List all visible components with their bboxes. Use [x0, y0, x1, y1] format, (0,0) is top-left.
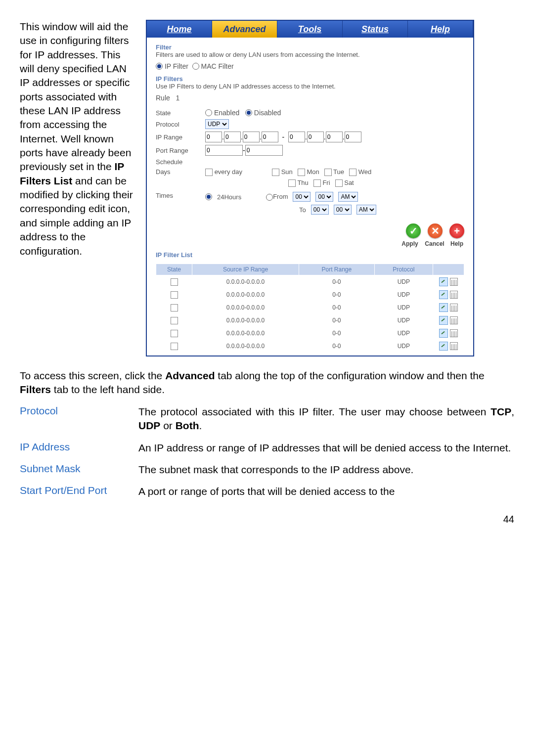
tab-help[interactable]: Help [408, 21, 473, 38]
delete-icon[interactable] [450, 278, 458, 286]
wed-label: Wed [358, 168, 372, 176]
ip-a1[interactable] [205, 132, 222, 142]
edit-icon[interactable] [439, 342, 448, 351]
page-number: 44 [20, 514, 514, 525]
edit-icon[interactable] [439, 316, 448, 325]
delete-icon[interactable] [450, 342, 458, 350]
ip-filter-label: IP Filter [165, 62, 188, 70]
row-state[interactable] [171, 278, 178, 286]
ip-a4[interactable] [262, 132, 278, 142]
param-subnet-val: The subnet mask that corresponds to the … [138, 463, 514, 477]
help-button[interactable]: + [449, 223, 464, 238]
delete-icon[interactable] [450, 316, 458, 324]
radio-ip-filter[interactable] [156, 63, 163, 70]
thu-label: Thu [297, 179, 308, 186]
filter-title: Filter [156, 44, 464, 51]
apply-button[interactable]: ✓ [406, 223, 421, 238]
tab-status[interactable]: Status [343, 21, 408, 38]
radio-24hours[interactable] [205, 193, 212, 200]
tab-home[interactable]: Home [147, 21, 212, 38]
to-hour[interactable]: 00 [311, 205, 329, 215]
delete-icon[interactable] [450, 291, 458, 299]
protocol-label: Protocol [156, 121, 205, 128]
param-port-val: A port or range of ports that will be de… [138, 485, 514, 498]
disabled-label: Disabled [254, 109, 281, 117]
protocol-select[interactable]: UDP [205, 119, 229, 129]
tab-advanced[interactable]: Advanced [212, 21, 277, 38]
cb-sat[interactable] [335, 179, 343, 187]
table-row: 0.0.0.0-0.0.0.00-0UDP [156, 301, 464, 314]
th-port: Port Range [299, 264, 374, 275]
ip-b1[interactable] [288, 132, 305, 142]
ip-b2[interactable] [307, 132, 324, 142]
cancel-button[interactable]: ✕ [428, 223, 443, 238]
cb-thu[interactable] [288, 179, 296, 187]
edit-icon[interactable] [439, 290, 448, 299]
from-ampm[interactable]: AM [338, 192, 358, 202]
ipfilters-desc: Use IP Filters to deny LAN IP addresses … [156, 83, 464, 90]
edit-icon[interactable] [439, 329, 448, 338]
everyday-label: every day [215, 168, 242, 176]
mac-filter-label: MAC Filter [201, 62, 234, 70]
cb-mon[interactable] [298, 169, 305, 176]
edit-icon[interactable] [439, 303, 448, 312]
port-end[interactable] [245, 145, 283, 156]
enabled-label: Enabled [214, 109, 239, 117]
tab-bar: Home Advanced Tools Status Help [147, 21, 473, 38]
table-row: 0.0.0.0-0.0.0.00-0UDP [156, 340, 464, 353]
from-hour[interactable]: 00 [293, 192, 311, 202]
param-ip-label: IP Address [20, 441, 138, 455]
row-state[interactable] [171, 291, 178, 299]
port-start[interactable] [205, 145, 243, 156]
to-ampm[interactable]: AM [356, 205, 376, 215]
delete-icon[interactable] [450, 304, 458, 311]
table-row: 0.0.0.0-0.0.0.00-0UDP [156, 314, 464, 327]
param-subnet-label: Subnet Mask [20, 463, 138, 477]
param-protocol-val: The protocol associated with this IP fil… [138, 405, 514, 433]
mon-label: Mon [307, 168, 319, 176]
radio-mac-filter[interactable] [192, 63, 199, 70]
row-state[interactable] [171, 343, 178, 350]
ip-a2[interactable] [224, 132, 241, 142]
rule-label: Rule 1 [156, 94, 464, 102]
cb-fri[interactable] [313, 179, 321, 187]
ip-b3[interactable] [326, 132, 343, 142]
to-label: To [299, 206, 306, 214]
filter-desc: Filters are used to allow or deny LAN us… [156, 51, 464, 58]
help-caption: Help [449, 240, 464, 247]
cb-everyday[interactable] [205, 169, 213, 176]
radio-enabled[interactable] [205, 109, 212, 116]
table-row: 0.0.0.0-0.0.0.00-0UDP [156, 327, 464, 340]
from-min[interactable]: 00 [315, 192, 333, 202]
access-instruction: To access this screen, click the Advance… [20, 369, 514, 397]
sun-label: Sun [281, 168, 293, 176]
param-ip-val: An IP address or range of IP addresses t… [138, 441, 514, 455]
tab-tools[interactable]: Tools [277, 21, 343, 38]
table-row: 0.0.0.0-0.0.0.00-0UDP [156, 275, 464, 289]
edit-icon[interactable] [439, 277, 448, 286]
th-state: State [156, 264, 192, 275]
cb-wed[interactable] [349, 169, 356, 176]
radio-from[interactable] [266, 194, 273, 201]
ip-a3[interactable] [243, 132, 260, 142]
th-proto: Protocol [374, 264, 433, 275]
portrange-label: Port Range [156, 147, 205, 154]
row-state[interactable] [171, 304, 178, 311]
from-label: From [273, 193, 288, 200]
cb-sun[interactable] [272, 169, 279, 176]
table-row: 0.0.0.0-0.0.0.00-0UDP [156, 288, 464, 301]
delete-icon[interactable] [450, 329, 458, 337]
cb-tue[interactable] [324, 169, 332, 176]
ip-b4[interactable] [345, 132, 361, 142]
to-min[interactable]: 00 [334, 205, 352, 215]
row-state[interactable] [171, 317, 178, 324]
ipfilter-list-title: IP Filter List [156, 251, 464, 259]
row-state[interactable] [171, 330, 178, 337]
ipfilters-title: IP Filters [156, 75, 464, 83]
left-explanation: This window will aid the use in configur… [20, 20, 136, 258]
schedule-label: Schedule [156, 158, 205, 166]
apply-caption: Apply [400, 240, 420, 247]
sat-label: Sat [344, 179, 354, 186]
radio-disabled[interactable] [245, 109, 252, 116]
cancel-caption: Cancel [425, 240, 445, 247]
